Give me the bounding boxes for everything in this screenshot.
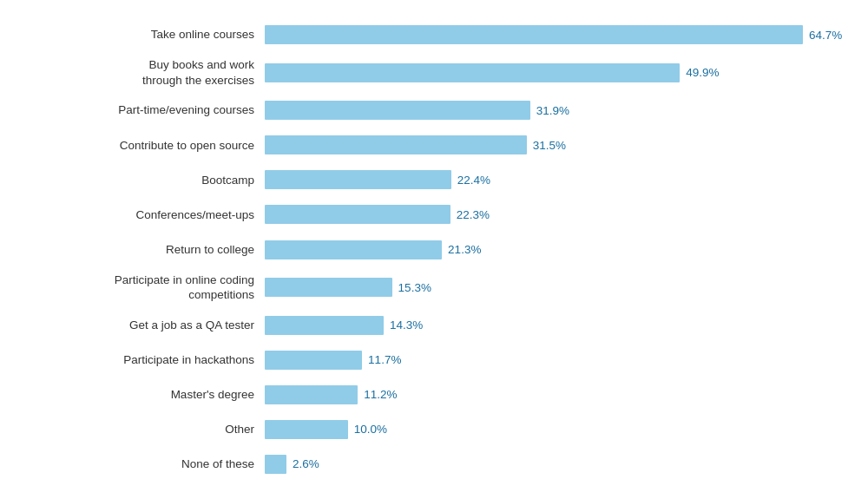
bar-fill — [265, 240, 442, 259]
bar-value: 49.9% — [686, 66, 719, 79]
bar-label: Bootcamp — [9, 173, 265, 188]
bar-label: Participate in hackathons — [9, 352, 265, 368]
bar-label: Conferences/meet-ups — [9, 207, 265, 223]
bar-value: 22.3% — [457, 208, 490, 221]
bar-fill — [265, 385, 358, 404]
bar-value: 31.5% — [533, 139, 566, 152]
bar-fill — [265, 455, 286, 474]
bar-value: 10.0% — [354, 423, 387, 436]
bar-track: 22.3% — [265, 205, 851, 224]
bar-row: Participate in online codingcompetitions… — [9, 272, 851, 303]
bar-value: 11.7% — [368, 353, 401, 366]
bar-label: Buy books and workthrough the exercises — [9, 57, 265, 88]
bar-track: 21.3% — [265, 240, 851, 259]
bar-label: Contribute to open source — [9, 138, 265, 154]
bar-label: Other — [9, 422, 265, 437]
bar-track: 31.9% — [265, 101, 851, 120]
bar-track: 64.7% — [265, 25, 851, 44]
bar-fill — [265, 135, 527, 154]
bar-row: Master's degree11.2% — [9, 383, 851, 407]
bar-value: 31.9% — [536, 104, 569, 117]
bar-label: Part-time/evening courses — [9, 102, 265, 118]
bar-track: 11.7% — [265, 351, 851, 370]
bar-fill — [265, 25, 803, 44]
bar-row: Participate in hackathons11.7% — [9, 348, 851, 372]
bar-track: 49.9% — [265, 63, 851, 82]
bar-label: None of these — [9, 456, 265, 472]
bar-fill — [265, 170, 451, 189]
bar-fill — [265, 316, 384, 335]
bar-fill — [265, 351, 362, 370]
bar-fill — [265, 101, 530, 120]
bar-track: 2.6% — [265, 455, 851, 474]
bar-row: Contribute to open source31.5% — [9, 133, 851, 157]
bar-row: Buy books and workthrough the exercises4… — [9, 57, 851, 88]
bar-value: 21.3% — [448, 243, 481, 256]
bar-label: Get a job as a QA tester — [9, 318, 265, 333]
bar-value: 64.7% — [809, 29, 842, 42]
bar-row: Bootcamp22.4% — [9, 167, 851, 192]
bar-track: 22.4% — [265, 170, 851, 189]
bar-label: Participate in online codingcompetitions — [9, 272, 265, 303]
bar-fill — [265, 420, 348, 439]
bar-row: Take online courses64.7% — [9, 23, 851, 47]
bar-track: 10.0% — [265, 420, 851, 439]
bar-fill — [265, 205, 450, 224]
bar-value: 22.4% — [457, 174, 490, 187]
bar-row: None of these2.6% — [9, 452, 851, 476]
bar-label: Return to college — [9, 242, 265, 258]
bar-label: Master's degree — [9, 387, 265, 403]
bar-track: 14.3% — [265, 316, 851, 335]
bar-row: Return to college21.3% — [9, 238, 851, 262]
chart-container: Take online courses64.7%Buy books and wo… — [0, 0, 868, 499]
bar-fill — [265, 63, 680, 82]
bar-track: 31.5% — [265, 135, 851, 154]
bar-value: 11.2% — [364, 388, 397, 401]
bar-row: Part-time/evening courses31.9% — [9, 98, 851, 122]
bar-label: Take online courses — [9, 27, 265, 43]
bar-row: Other10.0% — [9, 417, 851, 442]
bar-value: 15.3% — [398, 281, 431, 294]
bar-track: 15.3% — [265, 278, 851, 297]
bar-value: 2.6% — [293, 457, 319, 470]
bar-track: 11.2% — [265, 385, 851, 404]
bar-row: Conferences/meet-ups22.3% — [9, 202, 851, 227]
bar-fill — [265, 278, 392, 297]
bar-row: Get a job as a QA tester14.3% — [9, 313, 851, 338]
bar-value: 14.3% — [390, 318, 423, 332]
